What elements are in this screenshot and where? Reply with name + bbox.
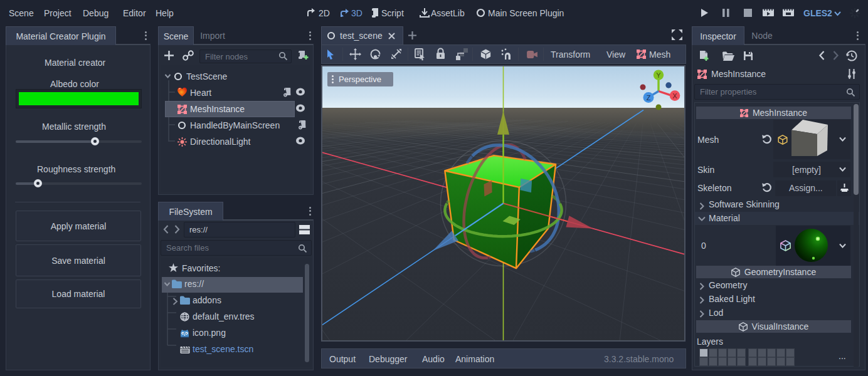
svg-text:Z: Z bbox=[647, 94, 651, 102]
svg-text:X: X bbox=[672, 92, 677, 100]
svg-text:Y: Y bbox=[656, 71, 661, 79]
